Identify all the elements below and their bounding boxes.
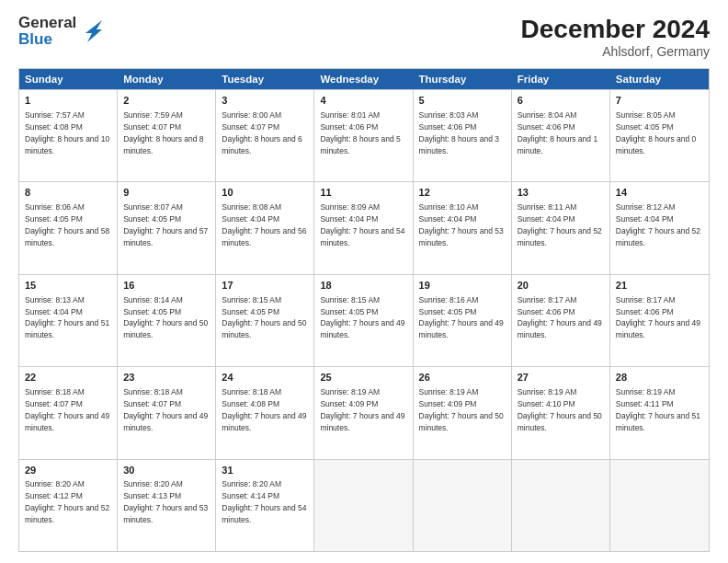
day-25: 25Sunrise: 8:19 AM Sunset: 4:09 PM Dayli… [314, 367, 413, 458]
day-19: 19Sunrise: 8:16 AM Sunset: 4:05 PM Dayli… [414, 275, 512, 366]
page: General Blue December 2024 Ahlsdorf, Ger… [0, 0, 728, 563]
day-15: 15Sunrise: 8:13 AM Sunset: 4:04 PM Dayli… [19, 275, 118, 366]
logo: General Blue [18, 15, 108, 48]
title-block: December 2024 Ahlsdorf, Germany [521, 15, 710, 59]
day-info: Sunrise: 8:06 AM Sunset: 4:05 PM Dayligh… [25, 202, 109, 247]
day-number: 3 [222, 94, 308, 108]
day-info: Sunrise: 8:18 AM Sunset: 4:08 PM Dayligh… [222, 387, 306, 432]
day-info: Sunrise: 8:07 AM Sunset: 4:05 PM Dayligh… [123, 202, 208, 247]
day-info: Sunrise: 8:19 AM Sunset: 4:10 PM Dayligh… [518, 387, 602, 432]
logo-icon [78, 17, 108, 46]
day-5: 5Sunrise: 8:03 AM Sunset: 4:06 PM Daylig… [414, 90, 512, 181]
day-number: 19 [419, 279, 506, 293]
day-number: 31 [222, 464, 308, 477]
day-info: Sunrise: 8:19 AM Sunset: 4:09 PM Dayligh… [320, 387, 404, 432]
day-number: 4 [320, 94, 406, 108]
day-info: Sunrise: 8:10 AM Sunset: 4:04 PM Dayligh… [419, 202, 504, 247]
week-row-5: 29Sunrise: 8:20 AM Sunset: 4:12 PM Dayli… [19, 459, 709, 551]
day-number: 5 [419, 94, 506, 108]
day-13: 13Sunrise: 8:11 AM Sunset: 4:04 PM Dayli… [512, 182, 610, 273]
day-info: Sunrise: 8:04 AM Sunset: 4:06 PM Dayligh… [518, 110, 597, 155]
day-number: 29 [25, 464, 111, 477]
day-number: 10 [222, 186, 308, 200]
day-number: 25 [320, 371, 406, 385]
day-info: Sunrise: 8:17 AM Sunset: 4:06 PM Dayligh… [518, 295, 602, 340]
day-31: 31Sunrise: 8:20 AM Sunset: 4:14 PM Dayli… [216, 460, 314, 551]
day-number: 20 [518, 279, 604, 293]
day-info: Sunrise: 8:19 AM Sunset: 4:11 PM Dayligh… [616, 387, 700, 432]
day-26: 26Sunrise: 8:19 AM Sunset: 4:09 PM Dayli… [414, 367, 512, 458]
day-number: 22 [25, 371, 111, 385]
day-number: 6 [518, 94, 604, 108]
header: General Blue December 2024 Ahlsdorf, Ger… [18, 15, 710, 59]
day-23: 23Sunrise: 8:18 AM Sunset: 4:07 PM Dayli… [118, 367, 216, 458]
day-number: 12 [419, 186, 506, 200]
day-number: 9 [123, 186, 210, 200]
day-number: 30 [123, 464, 210, 477]
day-11: 11Sunrise: 8:09 AM Sunset: 4:04 PM Dayli… [314, 182, 413, 273]
empty-cell [314, 460, 413, 551]
day-number: 13 [518, 186, 604, 200]
day-30: 30Sunrise: 8:20 AM Sunset: 4:13 PM Dayli… [118, 460, 216, 551]
day-28: 28Sunrise: 8:19 AM Sunset: 4:11 PM Dayli… [610, 367, 709, 458]
day-info: Sunrise: 8:08 AM Sunset: 4:04 PM Dayligh… [222, 202, 306, 247]
day-info: Sunrise: 8:20 AM Sunset: 4:14 PM Dayligh… [222, 479, 306, 524]
day-7: 7Sunrise: 8:05 AM Sunset: 4:05 PM Daylig… [610, 90, 709, 181]
day-12: 12Sunrise: 8:10 AM Sunset: 4:04 PM Dayli… [414, 182, 512, 273]
day-info: Sunrise: 8:19 AM Sunset: 4:09 PM Dayligh… [419, 387, 504, 432]
header-day-monday: Monday [118, 69, 216, 89]
empty-cell [414, 460, 512, 551]
day-info: Sunrise: 8:14 AM Sunset: 4:05 PM Dayligh… [123, 295, 208, 340]
day-number: 27 [518, 371, 604, 385]
day-24: 24Sunrise: 8:18 AM Sunset: 4:08 PM Dayli… [216, 367, 314, 458]
day-info: Sunrise: 8:01 AM Sunset: 4:06 PM Dayligh… [320, 110, 400, 155]
logo-line1: General [18, 15, 76, 31]
day-number: 8 [25, 186, 111, 200]
day-info: Sunrise: 8:00 AM Sunset: 4:07 PM Dayligh… [222, 110, 301, 155]
week-row-1: 1Sunrise: 7:57 AM Sunset: 4:08 PM Daylig… [19, 89, 709, 181]
day-2: 2Sunrise: 7:59 AM Sunset: 4:07 PM Daylig… [118, 90, 216, 181]
header-day-saturday: Saturday [610, 69, 709, 89]
day-info: Sunrise: 8:18 AM Sunset: 4:07 PM Dayligh… [123, 387, 208, 432]
day-1: 1Sunrise: 7:57 AM Sunset: 4:08 PM Daylig… [19, 90, 118, 181]
empty-cell [610, 460, 709, 551]
logo-line2: Blue [18, 31, 76, 48]
week-row-4: 22Sunrise: 8:18 AM Sunset: 4:07 PM Dayli… [19, 366, 709, 458]
day-info: Sunrise: 8:20 AM Sunset: 4:12 PM Dayligh… [25, 479, 109, 524]
day-number: 11 [320, 186, 406, 200]
day-number: 18 [320, 279, 406, 293]
day-info: Sunrise: 8:18 AM Sunset: 4:07 PM Dayligh… [25, 387, 109, 432]
header-day-wednesday: Wednesday [314, 69, 413, 89]
calendar: SundayMondayTuesdayWednesdayThursdayFrid… [18, 68, 710, 552]
header-day-tuesday: Tuesday [216, 69, 314, 89]
day-number: 15 [25, 279, 111, 293]
day-info: Sunrise: 8:03 AM Sunset: 4:06 PM Dayligh… [419, 110, 499, 155]
day-info: Sunrise: 8:11 AM Sunset: 4:04 PM Dayligh… [518, 202, 602, 247]
main-title: December 2024 [521, 15, 710, 44]
day-number: 1 [25, 94, 111, 108]
header-day-thursday: Thursday [414, 69, 512, 89]
day-info: Sunrise: 8:17 AM Sunset: 4:06 PM Dayligh… [616, 295, 700, 340]
day-info: Sunrise: 8:12 AM Sunset: 4:04 PM Dayligh… [616, 202, 700, 247]
week-row-2: 8Sunrise: 8:06 AM Sunset: 4:05 PM Daylig… [19, 181, 709, 273]
day-info: Sunrise: 8:05 AM Sunset: 4:05 PM Dayligh… [616, 110, 696, 155]
week-row-3: 15Sunrise: 8:13 AM Sunset: 4:04 PM Dayli… [19, 274, 709, 366]
day-10: 10Sunrise: 8:08 AM Sunset: 4:04 PM Dayli… [216, 182, 314, 273]
day-8: 8Sunrise: 8:06 AM Sunset: 4:05 PM Daylig… [19, 182, 118, 273]
day-29: 29Sunrise: 8:20 AM Sunset: 4:12 PM Dayli… [19, 460, 118, 551]
svg-marker-0 [85, 20, 102, 42]
day-21: 21Sunrise: 8:17 AM Sunset: 4:06 PM Dayli… [610, 275, 709, 366]
day-number: 21 [616, 279, 703, 293]
day-info: Sunrise: 7:57 AM Sunset: 4:08 PM Dayligh… [25, 110, 109, 155]
day-4: 4Sunrise: 8:01 AM Sunset: 4:06 PM Daylig… [314, 90, 413, 181]
header-day-friday: Friday [512, 69, 610, 89]
day-3: 3Sunrise: 8:00 AM Sunset: 4:07 PM Daylig… [216, 90, 314, 181]
empty-cell [512, 460, 610, 551]
day-info: Sunrise: 7:59 AM Sunset: 4:07 PM Dayligh… [123, 110, 203, 155]
day-info: Sunrise: 8:15 AM Sunset: 4:05 PM Dayligh… [222, 295, 306, 340]
day-number: 7 [616, 94, 703, 108]
day-number: 26 [419, 371, 506, 385]
day-info: Sunrise: 8:13 AM Sunset: 4:04 PM Dayligh… [25, 295, 109, 340]
day-number: 16 [123, 279, 210, 293]
day-20: 20Sunrise: 8:17 AM Sunset: 4:06 PM Dayli… [512, 275, 610, 366]
